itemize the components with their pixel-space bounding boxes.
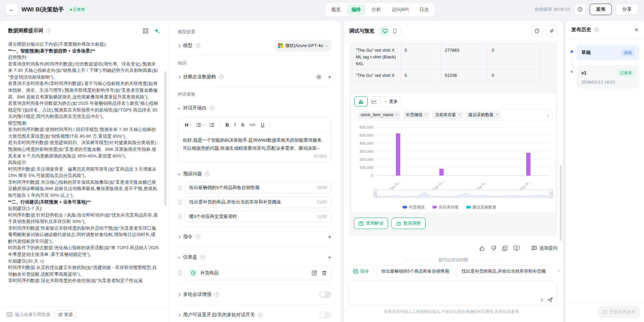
chat-input[interactable] <box>349 281 557 296</box>
drag-handle-icon[interactable] <box>178 270 182 276</box>
tab-分析[interactable]: 分析 <box>367 4 386 15</box>
multi-turn-help-icon[interactable]: ? <box>214 292 219 297</box>
present-cast-icon[interactable] <box>514 245 520 251</box>
send-icon[interactable] <box>547 297 553 303</box>
opening-help-icon[interactable]: ? <box>210 106 214 110</box>
prompt-help-icon[interactable]: ? <box>46 29 51 33</box>
instruction-chip[interactable]: 指令 <box>348 265 374 277</box>
suggestion-chip[interactable]: 给出最畅销的5个商品和各自销售额 <box>377 265 454 277</box>
prompt-text-area[interactable]: 请分两部分输出以下内容(不需要额外再加大标题):**一、智能预测(基于数据趋势 … <box>0 40 168 307</box>
query-explain-button[interactable]: 查询解读 <box>354 218 388 229</box>
instruction-row[interactable]: 指令? + <box>178 231 331 243</box>
drag-handle-icon[interactable] <box>178 214 182 219</box>
more-chart-types-button[interactable]: 更多 <box>381 96 402 106</box>
task-list-icon[interactable] <box>207 122 216 128</box>
try-ask-label: 您可以尝试问我 <box>439 257 468 263</box>
bar-chart-button[interactable] <box>354 96 368 106</box>
suggestion-chip[interactable]: 找出需补货的商品,并给出当前库存和补货阈 <box>457 265 550 277</box>
thumbs-down-icon[interactable] <box>491 245 496 251</box>
strikethrough-icon[interactable]: S <box>239 121 246 129</box>
preset-questions-row[interactable]: 预设问题? <box>178 168 331 180</box>
tab-日志[interactable]: 日志 <box>415 4 433 15</box>
multi-turn-toggle[interactable] <box>319 291 331 298</box>
table-row[interactable]: "The Gu" red shirt X5510360 <box>352 70 541 82</box>
back-button[interactable]: ← <box>6 4 17 15</box>
edit-icon[interactable] <box>312 270 317 276</box>
tab-访问API[interactable]: 访问API <box>387 4 414 15</box>
tab-编排[interactable]: 编排 <box>347 4 366 15</box>
opening-text[interactable]: 你好,我是一个智能的BI决策助手,提供WWI数据库相关的智能查询服务,可以根据您… <box>178 132 331 154</box>
add-instruction-button[interactable]: + <box>328 234 331 240</box>
resource-mention-chip[interactable]: @ 资源 <box>54 310 77 319</box>
dashboard-preview-button[interactable] <box>531 25 543 37</box>
debug-scrollbar[interactable] <box>560 165 562 241</box>
field-tag[interactable]: stock_item_name× <box>358 111 400 119</box>
user-setting-toggle[interactable] <box>319 312 331 318</box>
remove-tag-icon[interactable]: × <box>395 112 398 117</box>
instruction-help-icon[interactable]: ? <box>196 234 200 239</box>
heading-icon[interactable]: H <box>183 121 193 129</box>
italic-icon[interactable]: I <box>232 121 238 129</box>
thumbs-up-icon[interactable] <box>479 245 485 251</box>
preset-question-input[interactable]: 给出最畅销的5个商品和各自销售额16/50 <box>185 182 331 193</box>
add-dashboard-button[interactable]: + <box>328 254 331 261</box>
share-button[interactable]: 分享 <box>616 4 638 15</box>
model-row[interactable]: 模型? 微软|Azure-GPT-4o <box>178 40 331 52</box>
model-select[interactable]: 微软|Azure-GPT-4o <box>274 40 331 51</box>
table-row[interactable]: "The Gu" red shirt X ML tag t-shirt (Bla… <box>352 45 541 70</box>
user-toggle-help-icon[interactable]: ? <box>258 313 263 317</box>
code-icon[interactable]: </> <box>248 122 257 128</box>
copy-add-icon[interactable] <box>502 245 508 251</box>
field-tag[interactable]: 补货阈值× <box>403 111 430 119</box>
field-tag-select[interactable]: stock_item_name×补货阈值×当前库存量×建议采购数量× <box>354 109 552 121</box>
add-knowledge-button[interactable]: + <box>328 74 331 80</box>
bold-icon[interactable]: B <box>223 121 231 129</box>
result-table-wrap[interactable]: "The Gu" red shirt X ML tag t-shirt (Bla… <box>352 44 543 90</box>
underline-icon[interactable]: U <box>259 121 266 129</box>
model-help-icon[interactable]: ? <box>196 43 200 48</box>
keyboard-icon <box>7 312 12 317</box>
line-chart-button[interactable] <box>368 96 381 106</box>
top-bar: ← WWI BI决策助手 已发布 概览编排分析访问API日志 自动保存 16:0… <box>0 0 644 19</box>
history-version-item[interactable]: v1已发布2026/02/12 16:02 <box>577 65 639 89</box>
layout-grid-icon[interactable] <box>143 28 149 34</box>
history-version-item[interactable]: 草稿当前 <box>577 45 639 60</box>
trash-icon[interactable] <box>322 270 327 276</box>
drag-handle-icon[interactable] <box>178 185 182 190</box>
opening-line-row[interactable]: 对话开场白? <box>178 102 331 114</box>
data-pod-row[interactable]: 挂载企业数据舱? + <box>178 71 331 83</box>
bar-chart[interactable]: 600,000500,000400,000300,000200,000100,0… <box>353 123 554 212</box>
remove-tag-icon[interactable]: × <box>458 112 461 117</box>
mobile-view-button[interactable] <box>390 27 399 35</box>
data-insight-button[interactable]: 数据洞察 <box>391 218 426 229</box>
field-tag[interactable]: 当前库存量× <box>432 111 463 119</box>
chevron-down-icon <box>177 255 181 259</box>
version-history-button[interactable] <box>574 4 586 15</box>
field-tag[interactable]: 建议采购数量× <box>466 111 501 119</box>
publish-button[interactable]: 发布 <box>590 4 612 15</box>
restore-version-button[interactable]: 还原为此版本 <box>598 306 640 318</box>
remove-tag-icon[interactable]: × <box>425 112 427 117</box>
drag-handle-icon[interactable] <box>178 199 182 205</box>
dashboard-item-card[interactable]: 补货商品 <box>185 266 331 280</box>
history-help-icon[interactable]: ? <box>594 28 599 32</box>
gear-icon[interactable] <box>316 74 322 80</box>
dashboard-row[interactable]: 仪表盘? + <box>178 251 331 263</box>
append-question-button[interactable]: 追加提问 <box>531 245 557 251</box>
swap-version-button[interactable] <box>546 25 557 37</box>
close-icon[interactable]: ✕ <box>634 27 639 33</box>
chips-scroll-arrow[interactable]: › <box>558 268 559 273</box>
preset-question-row: 哪3个供应商交货最准时11/50 <box>178 211 331 222</box>
chat-input-box[interactable]: 0 <box>348 281 557 306</box>
data-pod-help-icon[interactable]: ? <box>219 75 224 79</box>
tab-概览[interactable]: 概览 <box>327 4 345 15</box>
preset-question-input[interactable]: 哪3个供应商交货最准时11/50 <box>185 211 331 222</box>
prompt-scrollbar[interactable] <box>164 71 166 205</box>
ai-sparkle-icon[interactable] <box>154 28 160 34</box>
bullet-list-icon[interactable] <box>194 122 206 128</box>
dashboard-help-icon[interactable]: ? <box>200 255 205 260</box>
desktop-view-button[interactable] <box>380 27 389 35</box>
preset-help-icon[interactable]: ? <box>205 172 210 176</box>
remove-tag-icon[interactable]: × <box>496 112 498 117</box>
preset-question-input[interactable]: 找出需补货的商品,并给出当前库存和补货阈值21/50 <box>185 196 331 208</box>
